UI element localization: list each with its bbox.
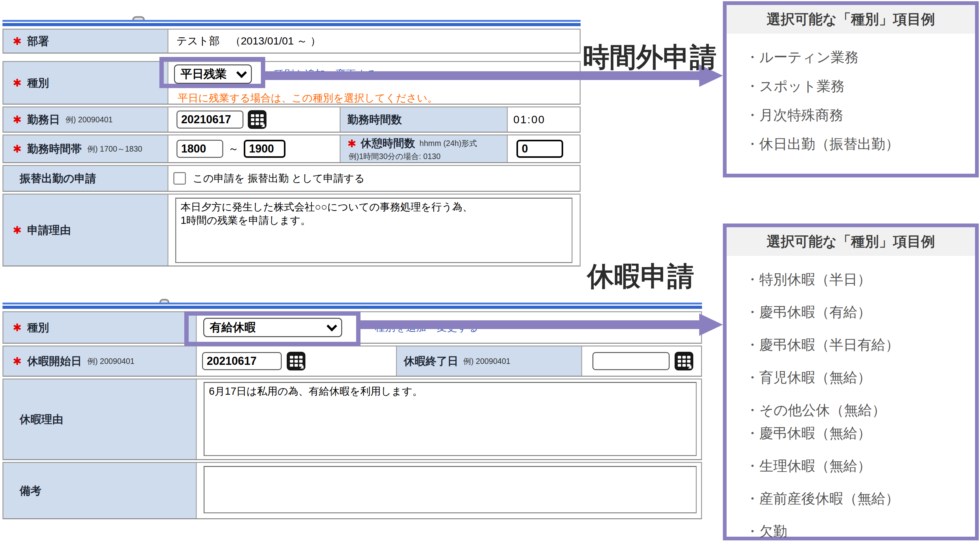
break-time-example-hint: 例)1時間30分の場合: 0130 (348, 151, 441, 162)
vacation-type-label-cell: ✱ 種別 (3, 312, 197, 343)
overtime-arrow (265, 71, 700, 80)
vacation-reason-label-cell: 休暇理由 (3, 379, 197, 459)
type-label: 種別 (27, 76, 49, 90)
range-separator: ～ (228, 142, 239, 156)
calendar-fold (688, 365, 691, 369)
overtime-options-header: 選択可能な「種別」項目例 (727, 5, 975, 33)
form-row-substitute: 振替出勤の申請 この申請を 振替出勤 として申請する (3, 165, 581, 192)
type-option-item: ・慶弔休暇（有給） (745, 303, 969, 322)
vacation-options-header: 選択可能な「種別」項目例 (727, 227, 975, 256)
vacation-options-box: 選択可能な「種別」項目例 ・特別休暇（半日） ・慶弔休暇（有給） ・慶弔休暇（半… (723, 223, 979, 540)
substitute-label: 振替出勤の申請 (20, 171, 96, 186)
substitute-label-cell: 振替出勤の申請 (3, 166, 169, 191)
vacation-start-hint: 例) 20090401 (88, 356, 135, 366)
overtime-type-highlight-box (159, 57, 265, 88)
section-header-bar (3, 20, 581, 26)
break-time-format-hint: hhmm (24h)形式 (420, 138, 477, 148)
type-option-item: ・特別休暇（半日） (745, 270, 969, 289)
form-row-vacation-start: ✱ 休暇開始日 例) 20090401 休暇終了日 例) 20090401 (3, 345, 702, 377)
required-asterisk: ✱ (13, 35, 22, 47)
type-option-item: ・ルーティン業務 (745, 48, 969, 67)
vacation-type-highlight-box (184, 311, 361, 346)
required-asterisk: ✱ (13, 76, 22, 89)
required-asterisk: ✱ (13, 224, 22, 236)
form-row-notes: 備考 (3, 462, 702, 519)
required-asterisk: ✱ (13, 143, 22, 155)
substitute-checkbox-label: この申請を 振替出勤 として申請する (193, 172, 365, 186)
work-hours-value: 01:00 (513, 113, 546, 126)
vacation-type-label: 種別 (27, 320, 49, 335)
calendar-fold (300, 365, 304, 369)
form-row-department: ✱ 部署 テスト部 （2013/01/01 ～ ） (3, 29, 581, 54)
type-option-item: ・慶弔休暇（半日有給） (745, 336, 969, 354)
type-option-item: ・産前産後休暇（無給） (745, 489, 969, 508)
vacation-start-label: 休暇開始日 (27, 354, 82, 369)
form-row-vacation-reason: 休暇理由 6月17日は私用の為、有給休暇を利用します。 (3, 379, 702, 460)
break-time-input[interactable] (517, 140, 563, 158)
department-label-cell: ✱ 部署 (3, 30, 169, 53)
type-option-item: ・慶弔休暇（無給） (745, 424, 969, 443)
required-asterisk: ✱ (13, 113, 22, 126)
type-option-item: ・休日出勤（振替出勤） (745, 135, 969, 153)
type-label-cell: ✱ 種別 (3, 62, 169, 103)
break-time-label: 休憩時間数 (361, 136, 415, 151)
reason-label: 申請理由 (27, 223, 71, 237)
calendar-icon[interactable] (248, 110, 266, 129)
page: ✱ 部署 テスト部 （2013/01/01 ～ ） ✱ 種別 平日残業 (0, 0, 980, 546)
form-row-reason: ✱ 申請理由 本日夕方に発生した株式会社○○についての事務処理を行う為、 1時間… (3, 194, 581, 266)
calendar-icon[interactable] (287, 352, 305, 371)
work-range-label-cell: ✱ 勤務時間帯 例) 1700～1830 (3, 135, 169, 162)
section-header-bar (3, 302, 702, 309)
vacation-end-label: 休暇終了日 (404, 354, 458, 369)
overtime-options-box: 選択可能な「種別」項目例 ・ルーティン業務 ・スポット業務 ・月次特殊商務 ・休… (723, 1, 979, 177)
type-option-item: ・育児休暇（無給） (745, 368, 969, 387)
work-hours-label: 勤務時間数 (347, 112, 402, 127)
form-row-work-date: ✱ 勤務日 例) 20090401 勤務時間数 01:00 (3, 107, 581, 133)
form-row-work-range: ✱ 勤務時間帯 例) 1700～1830 ～ ✱ 休憩時間数 hhmm (24h… (3, 134, 581, 163)
work-date-label: 勤務日 (27, 112, 60, 127)
work-date-label-cell: ✱ 勤務日 例) 20090401 (3, 107, 169, 132)
calendar-icon[interactable] (675, 352, 693, 371)
overtime-form: ✱ 部署 テスト部 （2013/01/01 ～ ） ✱ 種別 平日残業 (3, 20, 581, 268)
reason-textarea[interactable]: 本日夕方に発生した株式会社○○についての事務処理を行う為、 1時間の残業を申請し… (175, 198, 573, 263)
notes-textarea[interactable] (204, 466, 697, 513)
vacation-start-input[interactable] (202, 352, 282, 370)
vacation-reason-label: 休暇理由 (20, 412, 63, 427)
notes-label: 備考 (20, 484, 41, 498)
notes-label-cell: 備考 (3, 463, 197, 518)
vacation-start-label-cell: ✱ 休暇開始日 例) 20090401 (3, 347, 197, 376)
type-option-item: ・その他公休（無給） (745, 401, 969, 420)
work-start-input[interactable] (177, 140, 223, 158)
vacation-arrow (359, 320, 700, 329)
required-asterisk: ✱ (347, 137, 356, 150)
type-option-item: ・スポット業務 (745, 77, 969, 96)
work-date-hint: 例) 20090401 (66, 115, 113, 125)
work-range-label: 勤務時間帯 (27, 142, 82, 156)
type-option-item: ・欠勤 (745, 522, 969, 541)
reason-label-cell: ✱ 申請理由 (3, 194, 169, 266)
work-range-hint: 例) 1700～1830 (88, 144, 143, 154)
type-note: 平日に残業する場合は、この種別を選択してください。 (178, 91, 580, 105)
vacation-end-hint: 例) 20090401 (463, 356, 511, 366)
substitute-checkbox[interactable] (173, 172, 186, 185)
work-end-input[interactable] (244, 140, 285, 158)
type-option-item: ・月次特殊商務 (745, 106, 969, 124)
department-value: テスト部 （2013/01/01 ～ ） (177, 34, 321, 48)
type-option-item: ・生理休暇（無給） (745, 457, 969, 475)
vacation-arrow-head (699, 314, 723, 336)
form-row-type: ✱ 種別 平日残業 種別を追加・変更する 平日に残業する場合は、この種別を選択し… (3, 61, 581, 105)
department-label: 部署 (27, 34, 49, 49)
vacation-reason-textarea[interactable]: 6月17日は私用の為、有給休暇を利用します。 (204, 382, 697, 456)
vacation-end-input[interactable] (592, 352, 670, 370)
work-date-input[interactable] (177, 110, 243, 129)
calendar-fold (261, 124, 265, 127)
overtime-title: 時間外申請 (583, 44, 717, 70)
required-asterisk: ✱ (13, 321, 22, 334)
required-asterisk: ✱ (13, 355, 22, 367)
vacation-title: 休暇申請 (587, 263, 694, 290)
